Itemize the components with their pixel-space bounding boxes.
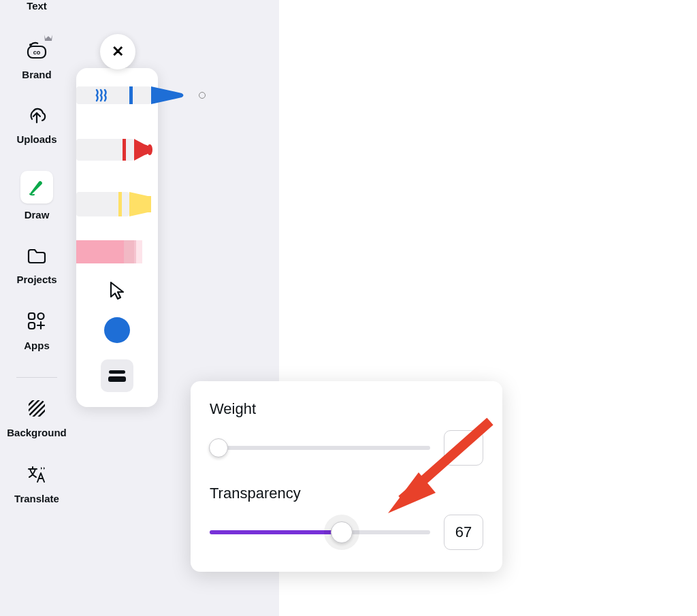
upload-icon — [26, 106, 48, 128]
brand-icon: co — [25, 37, 48, 63]
weight-value[interactable] — [444, 430, 483, 466]
svg-rect-7 — [76, 86, 151, 104]
marker-tool[interactable] — [76, 123, 158, 177]
cursor-tool[interactable] — [76, 272, 158, 309]
color-picker[interactable] — [76, 309, 158, 351]
sidebar-item-background[interactable]: Background — [0, 391, 74, 445]
sidebar-item-label: Projects — [16, 274, 56, 285]
svg-text:co: co — [33, 49, 41, 56]
svg-rect-8 — [129, 86, 133, 104]
highlighter-tool[interactable] — [76, 177, 158, 231]
sidebar-item-label: Background — [7, 427, 67, 438]
sidebar-item-translate[interactable]: Translate — [0, 457, 74, 511]
sidebar-item-uploads[interactable]: Uploads — [0, 99, 74, 152]
svg-rect-16 — [134, 240, 142, 263]
translate-icon — [26, 464, 48, 487]
transparency-setting: Transparency 67 — [210, 485, 483, 550]
transparency-slider-fill — [210, 530, 342, 534]
settings-icon — [101, 359, 133, 392]
transparency-value[interactable]: 67 — [444, 515, 483, 550]
transparency-slider[interactable] — [210, 530, 430, 534]
weight-slider-thumb[interactable] — [209, 438, 228, 457]
svg-rect-10 — [123, 139, 126, 161]
sidebar: Text co Brand — [0, 0, 74, 616]
background-icon — [27, 398, 47, 421]
sidebar-divider — [16, 377, 57, 378]
svg-rect-5 — [29, 323, 35, 329]
pen-tool[interactable] — [76, 68, 158, 123]
svg-point-4 — [38, 313, 44, 319]
svg-rect-13 — [118, 192, 122, 216]
close-button[interactable]: ✕ — [100, 34, 135, 69]
sidebar-item-label: Uploads — [16, 133, 56, 145]
sidebar-item-apps[interactable]: Apps — [0, 304, 74, 358]
sidebar-item-label: Text — [27, 0, 47, 12]
sidebar-item-label: Translate — [14, 493, 59, 504]
sidebar-item-label: Draw — [25, 209, 50, 221]
sidebar-item-label: Apps — [24, 340, 50, 351]
transparency-slider-thumb[interactable] — [331, 521, 353, 543]
transparency-label: Transparency — [210, 485, 483, 502]
eraser-tool[interactable] — [76, 231, 158, 272]
weight-label: Weight — [210, 400, 483, 418]
sidebar-item-brand[interactable]: co Brand — [0, 31, 74, 87]
sidebar-item-text[interactable]: Text — [0, 0, 74, 18]
close-icon: ✕ — [112, 43, 124, 61]
stroke-settings-popup: Weight Transparency 67 — [191, 381, 502, 572]
cursor-icon — [108, 280, 127, 301]
stroke-settings-button[interactable] — [76, 351, 158, 400]
apps-icon — [27, 311, 47, 334]
color-swatch — [104, 317, 130, 343]
sidebar-item-draw[interactable]: Draw — [0, 164, 74, 227]
draw-tools-panel: ✕ — [76, 68, 158, 407]
sidebar-item-projects[interactable]: Projects — [0, 240, 74, 292]
weight-setting: Weight — [210, 400, 483, 466]
sidebar-item-label: Brand — [22, 69, 51, 80]
draw-icon — [20, 171, 53, 204]
weight-slider[interactable] — [210, 446, 430, 450]
svg-rect-3 — [29, 313, 35, 319]
svg-point-11 — [147, 144, 152, 155]
folder-icon — [26, 246, 48, 268]
